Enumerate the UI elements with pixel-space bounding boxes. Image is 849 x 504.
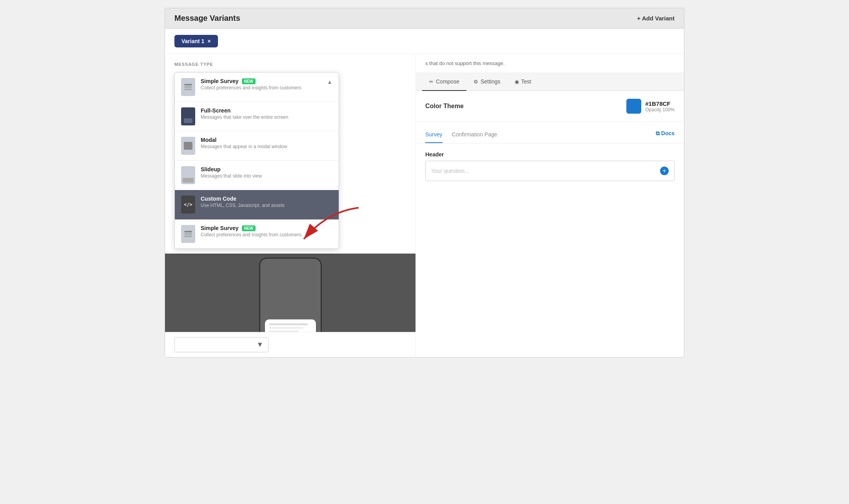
dropdown-menu: Simple Survey NEW Collect preferences an… xyxy=(174,72,339,249)
dropdown-item-custom-code[interactable]: </> Custom Code Use HTML, CSS, Javascrip… xyxy=(175,190,339,219)
dropdown-item-modal[interactable]: Modal Messages that appear in a modal wi… xyxy=(175,131,339,161)
item-text-full-screen: Full-Screen Messages that take over the … xyxy=(201,107,288,120)
variant-row: Variant 1 × xyxy=(165,29,684,54)
dropdown-item-simple-survey-bottom[interactable]: Simple Survey NEW Collect preferences an… xyxy=(175,219,339,248)
dropdown-item-full-screen[interactable]: Full-Screen Messages that take over the … xyxy=(175,102,339,131)
full-screen-icon xyxy=(181,107,195,125)
content-area: MESSAGE TYPE xyxy=(165,54,684,357)
survey-icon-bottom xyxy=(181,225,195,243)
color-opacity: Opacity 100% xyxy=(645,107,675,112)
item-text-slideup: Slideup Messages that slide into view xyxy=(201,166,262,179)
item-desc-slideup: Messages that slide into view xyxy=(201,173,262,179)
item-desc-modal: Messages that appear in a modal window xyxy=(201,144,287,149)
warning-text: s that do not support this message. xyxy=(416,54,684,73)
page-title: Message Variants xyxy=(174,14,240,23)
add-button[interactable]: + xyxy=(660,167,669,175)
color-info: #1B78CF Opacity 100% xyxy=(645,100,675,112)
item-text-modal: Modal Messages that appear in a modal wi… xyxy=(201,137,287,149)
header-input-placeholder[interactable]: Your question... xyxy=(431,168,660,174)
color-theme-section: Color Theme #1B78CF Opacity 100% xyxy=(416,91,684,122)
item-text-simple-survey-top: Simple Survey NEW Collect preferences an… xyxy=(201,78,321,91)
modal-icon xyxy=(181,137,195,155)
item-desc-custom-code: Use HTML, CSS, Javascript, and assets xyxy=(201,203,285,208)
color-preview[interactable]: #1B78CF Opacity 100% xyxy=(626,99,675,114)
item-desc-simple-survey-top: Collect preferences and insights from cu… xyxy=(201,85,321,91)
docs-label: Docs xyxy=(661,130,675,136)
new-badge-bottom: NEW xyxy=(242,225,256,231)
dropdown-item-simple-survey-top[interactable]: Simple Survey NEW Collect preferences an… xyxy=(175,73,339,102)
pencil-icon: ✏ xyxy=(429,79,434,85)
new-badge-top: NEW xyxy=(242,78,256,84)
docs-link[interactable]: ⧉ Docs xyxy=(656,130,675,141)
right-panel: s that do not support this message. ✏ Co… xyxy=(416,54,684,357)
item-title-simple-survey-top: Simple Survey xyxy=(201,78,239,84)
tabs-row: ✏ Compose ⚙ Settings ◉ Test xyxy=(416,73,684,91)
survey-icon-top xyxy=(181,78,195,96)
chevron-down-icon: ▼ xyxy=(256,341,263,349)
sub-tabs-row: Survey Confirmation Page ⧉ Docs xyxy=(416,122,684,143)
custom-code-icon: </> xyxy=(181,196,195,214)
color-hex: #1B78CF xyxy=(645,100,675,107)
tab-test[interactable]: ◉ Test xyxy=(508,73,539,91)
sub-tab-survey[interactable]: Survey xyxy=(425,128,443,143)
section-label: MESSAGE TYPE xyxy=(174,62,406,67)
left-panel: MESSAGE TYPE xyxy=(165,54,416,357)
item-title-modal: Modal xyxy=(201,137,287,143)
sub-tab-confirmation[interactable]: Confirmation Page xyxy=(452,128,497,143)
test-label: Test xyxy=(521,78,532,85)
header-field-label: Header xyxy=(425,151,675,158)
sub-tabs: Survey Confirmation Page xyxy=(425,128,497,143)
header-input-section: Header Your question... + xyxy=(416,143,684,189)
settings-label: Settings xyxy=(481,78,501,85)
item-desc-simple-survey-bottom: Collect preferences and insights from cu… xyxy=(201,232,301,237)
item-title-full-screen: Full-Screen xyxy=(201,107,288,114)
eye-icon: ◉ xyxy=(515,79,519,85)
header-input-wrapper: Your question... + xyxy=(425,161,675,181)
compose-label: Compose xyxy=(436,78,459,85)
item-text-custom-code: Custom Code Use HTML, CSS, Javascript, a… xyxy=(201,196,285,208)
dropdown-item-slideup[interactable]: Slideup Messages that slide into view xyxy=(175,161,339,190)
chevron-up-icon: ▲ xyxy=(327,79,332,85)
gear-icon: ⚙ xyxy=(473,79,478,85)
variant-label: Variant 1 xyxy=(181,38,204,44)
item-title-simple-survey-bottom: Simple Survey xyxy=(201,225,239,231)
color-swatch xyxy=(626,99,641,114)
type-select-trigger[interactable]: ▼ xyxy=(174,337,268,352)
variant-tab[interactable]: Variant 1 × xyxy=(174,35,218,47)
color-theme-title: Color Theme xyxy=(425,103,464,110)
add-variant-button[interactable]: + Add Variant xyxy=(637,15,675,22)
card: Variant 1 × MESSAGE TYPE xyxy=(165,28,684,357)
item-text-simple-survey-bottom: Simple Survey NEW Collect preferences an… xyxy=(201,225,301,237)
item-desc-full-screen: Messages that take over the entire scree… xyxy=(201,114,288,120)
phone-mockup xyxy=(259,257,322,332)
slideup-icon xyxy=(181,166,195,184)
item-title-custom-code: Custom Code xyxy=(201,196,285,202)
item-title-slideup: Slideup xyxy=(201,166,262,172)
close-icon[interactable]: × xyxy=(207,38,210,44)
warning-area xyxy=(165,254,415,332)
tab-settings[interactable]: ⚙ Settings xyxy=(466,73,508,91)
main-container: Message Variants + Add Variant Variant 1… xyxy=(157,0,692,504)
external-link-icon: ⧉ xyxy=(656,130,660,137)
tab-compose[interactable]: ✏ Compose xyxy=(422,73,466,91)
